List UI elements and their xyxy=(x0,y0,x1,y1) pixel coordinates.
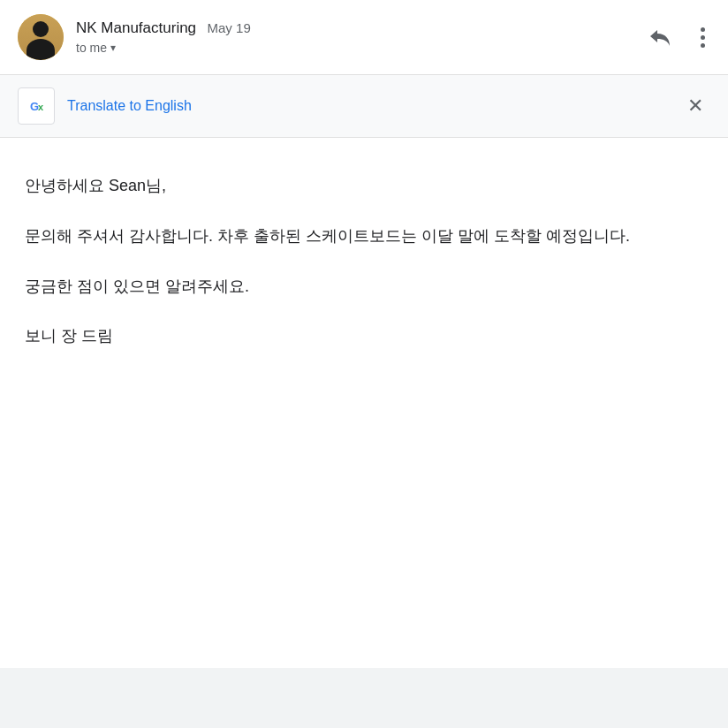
to-me-row[interactable]: to me ▾ xyxy=(76,41,251,55)
dot-icon xyxy=(701,43,705,48)
translate-to-english-link[interactable]: Translate to English xyxy=(67,98,192,114)
to-me-label: to me xyxy=(76,41,107,55)
avatar xyxy=(18,14,64,60)
reply-icon xyxy=(648,27,672,48)
header-actions xyxy=(642,21,710,53)
google-translate-logo: Gx xyxy=(30,100,42,113)
email-body: 안녕하세요 Sean님, 문의해 주셔서 감사합니다. 차후 출하된 스케이트보… xyxy=(0,138,728,668)
close-icon: ✕ xyxy=(687,95,703,117)
sender-info: NK Manufacturing May 19 to me ▾ xyxy=(18,14,251,60)
email-header: NK Manufacturing May 19 to me ▾ xyxy=(0,0,728,75)
dot-icon xyxy=(701,27,705,32)
reply-button[interactable] xyxy=(642,21,678,53)
email-paragraph-2: 궁금한 점이 있으면 알려주세요. xyxy=(25,274,703,300)
sender-name: NK Manufacturing xyxy=(76,19,196,36)
email-paragraph-1: 문의해 주셔서 감사합니다. 차후 출하된 스케이트보드는 이달 말에 도착할 … xyxy=(25,224,703,249)
google-translate-icon: Gx xyxy=(18,87,55,125)
email-greeting: 안녕하세요 Sean님, xyxy=(25,173,703,199)
translate-left: Gx Translate to English xyxy=(18,87,192,125)
email-closing: 보니 장 드림 xyxy=(25,323,703,349)
translate-close-button[interactable]: ✕ xyxy=(680,93,710,119)
sender-name-row: NK Manufacturing May 19 xyxy=(76,19,251,37)
sender-details: NK Manufacturing May 19 to me ▾ xyxy=(76,19,251,55)
dot-icon xyxy=(701,35,705,40)
translate-banner: Gx Translate to English ✕ xyxy=(0,75,728,138)
more-options-button[interactable] xyxy=(695,22,710,53)
chevron-down-icon: ▾ xyxy=(110,42,116,54)
email-date: May 19 xyxy=(208,20,251,35)
